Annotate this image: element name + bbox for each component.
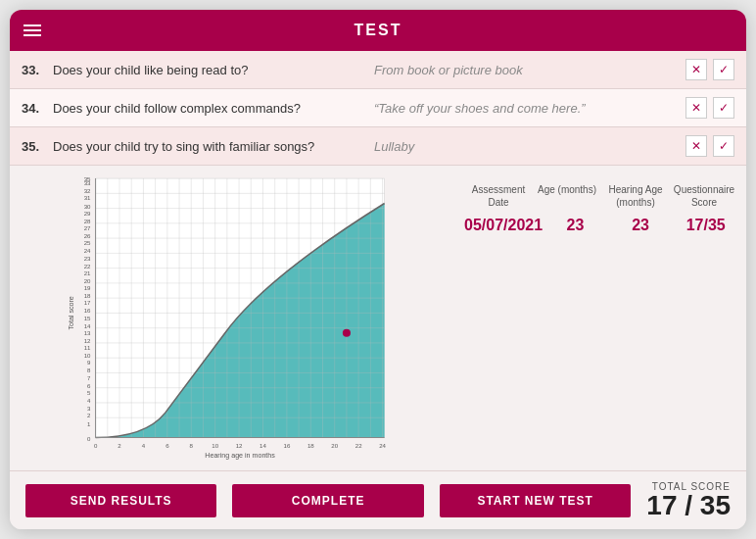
svg-text:29: 29 [84,210,91,217]
question-actions-35: ✕ ✓ [685,135,734,157]
question-row-34: 34. Does your child follow complex comma… [10,89,746,127]
footer: SEND RESULTS COMPLETE START NEW TEST TOT… [10,470,746,529]
chart-area: 0 1 2 3 4 5 6 7 8 9 10 11 12 13 14 15 16… [18,173,452,463]
complete-button[interactable]: COMPLETE [232,484,423,517]
header-hearing-age: Hearing Age (months) [601,183,670,209]
question-row-33: 33. Does your child like being read to? … [10,51,746,89]
svg-text:16: 16 [84,307,91,314]
svg-text:19: 19 [84,284,91,291]
svg-text:21: 21 [84,270,91,276]
svg-text:8: 8 [87,367,91,373]
svg-text:1: 1 [87,420,91,427]
svg-text:2: 2 [118,442,121,449]
svg-text:14: 14 [84,322,91,329]
questions-section: 33. Does your child like being read to? … [10,51,746,166]
question-text-35: Does your child try to sing with familia… [53,139,354,154]
svg-text:23: 23 [84,255,91,262]
svg-text:24: 24 [379,442,386,449]
question-text-34: Does your child follow complex commands? [53,101,354,116]
svg-text:7: 7 [87,374,91,381]
svg-text:22: 22 [355,442,362,449]
svg-text:20: 20 [84,277,91,284]
value-assessment-date: 05/07/2021 [464,217,543,234]
svg-text:35: 35 [84,175,91,182]
svg-text:2: 2 [87,412,91,418]
question-actions-33: ✕ ✓ [685,59,734,80]
header-age-months: Age (months) [533,183,601,209]
svg-text:6: 6 [87,382,91,389]
svg-text:Total score: Total score [68,296,75,329]
svg-text:14: 14 [260,442,266,449]
svg-text:15: 15 [84,315,91,321]
svg-text:18: 18 [307,442,314,449]
svg-text:32: 32 [84,187,91,194]
svg-text:22: 22 [84,263,91,270]
question-number-33: 33. [22,63,49,77]
question-35-x-button[interactable]: ✕ [685,135,707,157]
svg-text:26: 26 [84,232,91,239]
app-window: TEST 33. Does your child like being read… [10,10,746,529]
question-row-35: 35. Does your child try to sing with fam… [10,127,746,166]
svg-text:3: 3 [87,405,91,412]
svg-text:30: 30 [84,203,91,210]
question-hint-33: From book or picture book [354,63,676,77]
score-table-values: 05/07/2021 23 23 17/35 [464,217,738,234]
svg-text:0: 0 [94,442,98,449]
question-number-34: 34. [22,101,49,116]
svg-text:5: 5 [87,389,91,396]
main-content: 0 1 2 3 4 5 6 7 8 9 10 11 12 13 14 15 16… [10,166,746,470]
svg-text:11: 11 [84,344,91,351]
start-new-test-button[interactable]: START NEW TEST [440,484,631,517]
question-34-check-button[interactable]: ✓ [713,97,734,119]
question-hint-35: Lullaby [354,139,676,154]
header-questionnaire-score: Questionnaire Score [670,183,738,209]
svg-text:10: 10 [84,352,91,359]
svg-text:10: 10 [212,442,218,449]
svg-text:12: 12 [236,442,243,449]
question-33-x-button[interactable]: ✕ [685,59,707,80]
question-33-check-button[interactable]: ✓ [713,59,734,80]
svg-point-41 [343,329,351,337]
svg-text:13: 13 [84,329,91,336]
value-age-months: 23 [543,217,608,234]
svg-text:8: 8 [190,442,194,449]
chart-svg: 0 1 2 3 4 5 6 7 8 9 10 11 12 13 14 15 16… [18,173,452,463]
send-results-button[interactable]: SEND RESULTS [25,484,216,517]
question-34-x-button[interactable]: ✕ [685,97,707,119]
total-score-value: 17 / 35 [646,492,731,519]
svg-text:20: 20 [331,442,338,449]
svg-text:16: 16 [284,442,291,449]
question-actions-34: ✕ ✓ [685,97,734,119]
svg-text:17: 17 [84,299,91,306]
svg-text:27: 27 [84,224,91,231]
svg-text:4: 4 [142,442,146,449]
svg-text:24: 24 [84,247,91,254]
svg-text:25: 25 [84,239,91,246]
hamburger-menu[interactable] [24,24,41,36]
svg-text:9: 9 [87,359,91,366]
svg-text:0: 0 [87,435,91,442]
svg-text:28: 28 [84,218,91,224]
header: TEST [10,10,746,51]
question-text-33: Does your child like being read to? [53,63,354,77]
header-assessment-date: Assessment Date [464,183,533,209]
svg-text:Hearing age in months: Hearing age in months [205,452,275,460]
svg-text:4: 4 [87,397,91,404]
question-number-35: 35. [22,139,49,154]
svg-text:18: 18 [84,292,91,299]
svg-text:6: 6 [165,442,169,449]
value-questionnaire-score: 17/35 [673,217,738,234]
question-35-check-button[interactable]: ✓ [713,135,734,157]
header-title: TEST [354,22,402,38]
question-hint-34: “Take off your shoes and come here.” [354,101,676,116]
total-score-box: TOTAL SCORE 17 / 35 [646,481,731,519]
value-hearing-age: 23 [608,217,674,234]
svg-text:12: 12 [84,337,91,344]
score-table: Assessment Date Age (months) Hearing Age… [464,173,738,463]
score-table-headers: Assessment Date Age (months) Hearing Age… [464,183,738,209]
svg-text:31: 31 [84,194,91,201]
